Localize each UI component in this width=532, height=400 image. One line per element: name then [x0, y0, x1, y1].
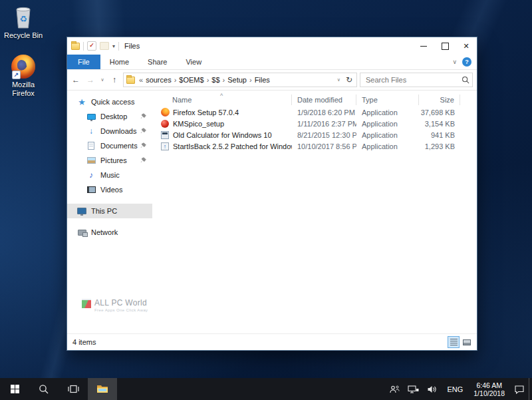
clock[interactable]: 6:46 AM 1/10/2018	[468, 378, 510, 400]
file-date-modified: 8/21/2015 12:30 PM	[292, 131, 356, 139]
customize-toolbar-chevron-icon[interactable]: ▾	[112, 43, 115, 49]
task-view-button[interactable]	[59, 378, 88, 400]
sidebar-item-label: Desktop	[100, 112, 127, 120]
file-date-modified: 1/9/2018 6:20 PM	[292, 108, 356, 116]
search-input[interactable]	[364, 75, 462, 85]
breadcrumb-overflow-icon[interactable]: «	[139, 76, 143, 84]
breadcrumb-segment[interactable]: sources	[146, 76, 172, 84]
network-icon	[408, 385, 419, 394]
file-type: Application	[356, 142, 419, 150]
videos-icon	[87, 186, 96, 193]
refresh-icon[interactable]: ↻	[343, 75, 355, 85]
file-rows: Firefox Setup 57.0.4 1/9/2018 6:20 PM Ap…	[152, 106, 477, 333]
sidebar-item-downloads[interactable]: ↓ Downloads	[67, 124, 152, 138]
recycle-bin-icon: ♻	[12, 5, 35, 29]
breadcrumb-segment[interactable]: $OEM$	[179, 76, 203, 84]
minimize-button[interactable]	[413, 37, 434, 55]
column-header-name[interactable]: Name ^	[152, 95, 292, 105]
pin-icon	[140, 157, 147, 164]
watermark-tagline: Free Apps One Click Away	[94, 308, 148, 312]
clock-date: 1/10/2018	[473, 389, 505, 397]
sidebar-item-quick-access[interactable]: ★ Quick access	[67, 95, 152, 109]
action-center-button[interactable]	[510, 378, 529, 400]
close-icon: ✕	[463, 42, 469, 51]
window-title: Files	[124, 42, 140, 50]
start-button[interactable]	[0, 378, 29, 400]
forward-button[interactable]: →	[84, 75, 96, 85]
desktop-icon-label: Mozilla Firefox	[4, 81, 43, 98]
new-folder-icon[interactable]	[100, 42, 109, 50]
clock-time: 6:46 AM	[473, 381, 505, 389]
address-bar[interactable]: « sources › $OEM$ › $$ › Setup › Files ∨…	[123, 73, 357, 87]
column-header-type[interactable]: Type	[356, 95, 419, 105]
network-icon	[78, 230, 86, 236]
title-bar[interactable]: ✓ ▾ Files ✕	[67, 37, 477, 55]
file-row-old-calculator[interactable]: Old Calculator for Windows 10 8/21/2015 …	[152, 129, 477, 140]
column-header-date-modified[interactable]: Date modified	[292, 95, 356, 105]
sidebar-item-label: Downloads	[100, 127, 136, 135]
up-button[interactable]: ↑	[108, 75, 120, 85]
desktop-icon-label: Recycle Bin	[0, 31, 47, 40]
tab-home[interactable]: Home	[100, 55, 138, 69]
breadcrumb-segment[interactable]: $$	[211, 76, 219, 84]
tab-file[interactable]: File	[67, 55, 100, 69]
file-date-modified: 10/10/2017 8:56 PM	[292, 142, 356, 150]
back-button[interactable]: ←	[70, 75, 82, 85]
people-tray-button[interactable]	[385, 378, 404, 400]
task-view-icon	[68, 384, 79, 394]
view-toggles	[448, 336, 473, 348]
desktop-icon-mozilla-firefox[interactable]: ↗ Mozilla Firefox	[0, 55, 47, 98]
maximize-button[interactable]	[434, 37, 456, 55]
sidebar-item-documents[interactable]: Documents	[67, 138, 152, 153]
pictures-icon	[87, 157, 96, 164]
desktop-icon-recycle-bin[interactable]: ♻ Recycle Bin	[0, 5, 47, 40]
sidebar-item-label: This PC	[91, 207, 117, 215]
taskbar-file-explorer-button[interactable]	[88, 378, 117, 400]
volume-tray-button[interactable]	[423, 378, 442, 400]
properties-icon[interactable]: ✓	[87, 41, 96, 51]
search-icon	[462, 76, 469, 84]
network-tray-button[interactable]	[404, 378, 423, 400]
show-desktop-button[interactable]	[529, 378, 532, 400]
tab-view[interactable]: View	[176, 55, 211, 69]
language-indicator[interactable]: ENG	[442, 378, 468, 400]
details-view-button[interactable]	[448, 336, 460, 348]
file-name: StartIsBack 2.5.2 Patched for Windows10	[173, 142, 292, 150]
sidebar-item-label: Pictures	[100, 156, 127, 164]
breadcrumb-segment[interactable]: Setup	[227, 76, 247, 84]
address-dropdown-chevron-icon[interactable]: ∨	[334, 77, 343, 83]
breadcrumb: « sources › $OEM$ › $$ › Setup › Files	[139, 76, 334, 84]
downloads-icon: ↓	[86, 126, 96, 136]
file-type: Application	[356, 131, 419, 139]
file-row-kmspico-setup[interactable]: KMSpico_setup 1/11/2016 2:37 PM Applicat…	[152, 118, 477, 129]
recent-locations-chevron-icon[interactable]: ∨	[99, 77, 106, 83]
column-header-size[interactable]: Size	[419, 95, 460, 105]
tab-share[interactable]: Share	[138, 55, 176, 69]
large-icons-view-button[interactable]	[461, 336, 473, 348]
search-box[interactable]	[360, 73, 473, 87]
sidebar-item-label: Music	[100, 171, 120, 179]
sidebar-item-desktop[interactable]: Desktop	[67, 109, 152, 124]
sidebar-item-label: Quick access	[91, 98, 134, 106]
breadcrumb-segment[interactable]: Files	[255, 76, 270, 84]
file-row-firefox-setup[interactable]: Firefox Setup 57.0.4 1/9/2018 6:20 PM Ap…	[152, 106, 477, 118]
close-button[interactable]: ✕	[456, 37, 477, 55]
music-icon: ♪	[86, 170, 96, 180]
column-header-label: Name	[172, 96, 192, 104]
file-explorer-window: ✓ ▾ Files ✕ File Home Share View ∨ ? ← →…	[66, 37, 477, 351]
file-row-startisback[interactable]: StartIsBack 2.5.2 Patched for Windows10 …	[152, 140, 477, 152]
expand-ribbon-chevron-icon[interactable]: ∨	[452, 59, 457, 65]
sidebar-item-pictures[interactable]: Pictures	[67, 153, 152, 168]
watermark-cube-logo-icon	[82, 299, 91, 308]
sidebar-item-this-pc[interactable]: This PC	[67, 204, 152, 218]
file-name: KMSpico_setup	[173, 120, 224, 128]
taskbar-search-button[interactable]	[29, 378, 59, 400]
ribbon-tab-strip: File Home Share View ∨ ?	[67, 55, 477, 70]
sidebar-item-music[interactable]: ♪ Music	[67, 168, 152, 182]
sidebar-item-videos[interactable]: Videos	[67, 182, 152, 197]
help-icon[interactable]: ?	[462, 57, 471, 67]
taskbar: ENG 6:46 AM 1/10/2018	[0, 378, 532, 400]
pin-icon	[140, 113, 147, 120]
sidebar-item-network[interactable]: Network	[67, 225, 152, 240]
explorer-main: ★ Quick access Desktop ↓ Downloads Docum…	[67, 91, 477, 333]
